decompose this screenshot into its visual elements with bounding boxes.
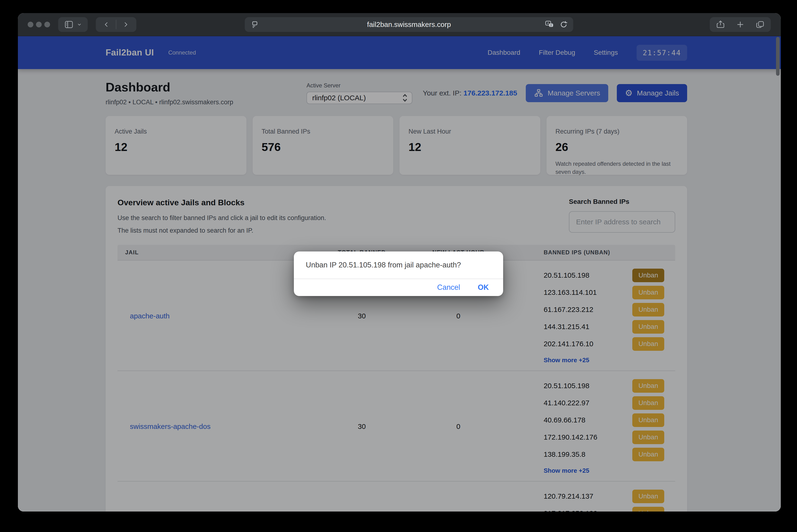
ip-address: 120.79.214.137 bbox=[544, 492, 594, 500]
search-banned-ips-label: Search Banned IPs bbox=[569, 198, 675, 206]
minimize-window-button[interactable] bbox=[36, 22, 42, 27]
ip-address: 217.217.253.132 bbox=[544, 509, 597, 512]
jail-new-last-hour: 0 bbox=[401, 377, 515, 476]
url-text: fail2ban.swissmakers.corp bbox=[245, 20, 573, 28]
jail-name-cell bbox=[117, 488, 323, 512]
external-ip: Your ext. IP: 176.223.172.185 bbox=[423, 89, 517, 97]
sidebar-toggle[interactable] bbox=[58, 17, 88, 32]
stat-card-new-last-hour: New Last Hour 12 bbox=[399, 116, 540, 175]
ip-address: 20.51.105.198 bbox=[544, 271, 590, 279]
unban-button[interactable]: Unban bbox=[632, 337, 664, 351]
unban-button[interactable]: Unban bbox=[632, 286, 664, 299]
ip-address: 20.51.105.198 bbox=[544, 382, 590, 390]
jail-name-cell: swissmakers-apache-dos bbox=[117, 377, 323, 476]
divider bbox=[116, 20, 116, 29]
banned-ip-row: 217.217.253.132 Unban bbox=[544, 505, 664, 512]
active-server-label: Active Server bbox=[307, 82, 412, 89]
ip-address: 123.163.114.101 bbox=[544, 288, 597, 297]
unban-confirm-dialog: Unban IP 20.51.105.198 from jail apache-… bbox=[294, 251, 503, 296]
page-viewport: Fail2ban UI Connected Dashboard Filter D… bbox=[18, 36, 781, 512]
stat-card-recurring-ips: Recurring IPs (7 days) 26 Watch repeated… bbox=[546, 116, 687, 175]
app-navbar: Fail2ban UI Connected Dashboard Filter D… bbox=[18, 36, 781, 69]
manage-jails-button[interactable]: ⚙ Manage Jails bbox=[617, 84, 687, 102]
scrollbar-thumb[interactable] bbox=[776, 37, 780, 76]
manage-servers-button[interactable]: Manage Servers bbox=[526, 84, 608, 102]
show-more-link[interactable]: Show more +25 bbox=[544, 355, 664, 365]
jail-new-last-hour bbox=[401, 488, 515, 512]
share-icon[interactable] bbox=[716, 20, 725, 29]
nav-link-settings[interactable]: Settings bbox=[594, 49, 618, 56]
ip-address: 144.31.215.41 bbox=[544, 323, 590, 331]
ip-list: 120.79.214.137 Unban 217.217.253.132 Unb… bbox=[515, 488, 675, 512]
show-more-link[interactable]: Show more +25 bbox=[544, 465, 664, 476]
stat-value: 576 bbox=[262, 140, 384, 154]
history-nav bbox=[96, 17, 136, 32]
ip-address: 202.141.176.10 bbox=[544, 340, 594, 348]
select-stepper-icon bbox=[401, 93, 409, 103]
ip-address: 138.199.35.8 bbox=[544, 450, 585, 458]
unban-button[interactable]: Unban bbox=[632, 413, 664, 427]
tab-overview-icon[interactable] bbox=[756, 20, 765, 29]
external-ip-value[interactable]: 176.223.172.185 bbox=[464, 89, 517, 97]
jail-row: 120.79.214.137 Unban 217.217.253.132 Unb… bbox=[117, 481, 675, 512]
address-bar[interactable]: fail2ban.swissmakers.corp A 文 bbox=[245, 17, 573, 32]
active-server-value: rlinfp02 (LOCAL) bbox=[312, 94, 366, 102]
app-brand: Fail2ban UI bbox=[106, 48, 154, 58]
unban-button[interactable]: Unban bbox=[632, 320, 664, 334]
banned-ip-row: 41.140.222.97 Unban bbox=[544, 394, 664, 412]
cancel-button[interactable]: Cancel bbox=[436, 283, 461, 292]
unban-button[interactable]: Unban bbox=[632, 396, 664, 410]
jail-total: 30 bbox=[323, 377, 401, 476]
stat-label: Active Jails bbox=[115, 128, 237, 135]
overview-title: Overview active Jails and Blocks bbox=[117, 198, 326, 207]
nav-link-filter-debug[interactable]: Filter Debug bbox=[539, 49, 575, 56]
banned-ip-row: 202.141.176.10 Unban bbox=[544, 335, 664, 353]
jail-name-cell: apache-auth bbox=[117, 267, 323, 365]
dialog-message: Unban IP 20.51.105.198 from jail apache-… bbox=[306, 261, 461, 269]
stat-label: New Last Hour bbox=[409, 128, 531, 135]
unban-button[interactable]: Unban bbox=[632, 303, 664, 317]
unban-button[interactable]: Unban bbox=[632, 490, 664, 503]
stat-value: 12 bbox=[409, 140, 531, 154]
toolbar-right-buttons bbox=[710, 17, 771, 32]
ip-list: 20.51.105.198 Unban 41.140.222.97 Unban … bbox=[515, 377, 675, 476]
external-ip-label: Your ext. IP: bbox=[423, 89, 461, 97]
zoom-window-button[interactable] bbox=[44, 22, 50, 27]
forward-button[interactable] bbox=[119, 17, 132, 32]
jail-name-link[interactable]: swissmakers-apache-dos bbox=[130, 422, 211, 431]
clock: 21:57:44 bbox=[637, 45, 687, 61]
ok-button[interactable]: OK bbox=[476, 283, 490, 292]
banned-ip-row: 61.167.223.212 Unban bbox=[544, 301, 664, 318]
stat-description: Watch repeated offenders detected in the… bbox=[556, 160, 675, 176]
unban-button[interactable]: Unban bbox=[632, 507, 664, 512]
active-server-select[interactable]: rlinfp02 (LOCAL) bbox=[307, 92, 412, 104]
close-window-button[interactable] bbox=[28, 22, 33, 27]
manage-servers-label: Manage Servers bbox=[548, 89, 600, 97]
overview-panel: Overview active Jails and Blocks Use the… bbox=[106, 186, 687, 512]
banned-ip-row: 144.31.215.41 Unban bbox=[544, 318, 664, 335]
unban-button[interactable]: Unban bbox=[632, 431, 664, 444]
unban-button[interactable]: Unban bbox=[632, 379, 664, 393]
stat-label: Recurring IPs (7 days) bbox=[556, 128, 678, 135]
stat-value: 26 bbox=[556, 140, 678, 154]
jail-blocks: apache-auth 30 0 20.51.105.198 Unban 123… bbox=[117, 261, 675, 512]
chevron-down-icon bbox=[75, 17, 84, 32]
new-tab-icon[interactable] bbox=[736, 20, 745, 29]
search-input[interactable] bbox=[569, 211, 675, 233]
connection-status: Connected bbox=[168, 49, 196, 56]
banned-ip-row: 20.51.105.198 Unban bbox=[544, 377, 664, 394]
back-button[interactable] bbox=[100, 17, 113, 32]
banned-ip-row: 20.51.105.198 Unban bbox=[544, 267, 664, 284]
ip-address: 61.167.223.212 bbox=[544, 306, 594, 314]
nav-link-dashboard[interactable]: Dashboard bbox=[488, 49, 520, 56]
sidebar-icon bbox=[62, 17, 75, 32]
unban-button[interactable]: Unban bbox=[632, 448, 664, 461]
banned-ip-row: 120.79.214.137 Unban bbox=[544, 488, 664, 505]
jail-name-link[interactable]: apache-auth bbox=[130, 312, 170, 320]
window-controls bbox=[28, 22, 50, 27]
unban-button[interactable]: Unban bbox=[632, 269, 664, 282]
stat-value: 12 bbox=[115, 140, 237, 154]
stat-label: Total Banned IPs bbox=[262, 128, 384, 135]
column-header-jail: JAIL bbox=[117, 249, 323, 256]
sitemap-icon bbox=[534, 88, 543, 98]
